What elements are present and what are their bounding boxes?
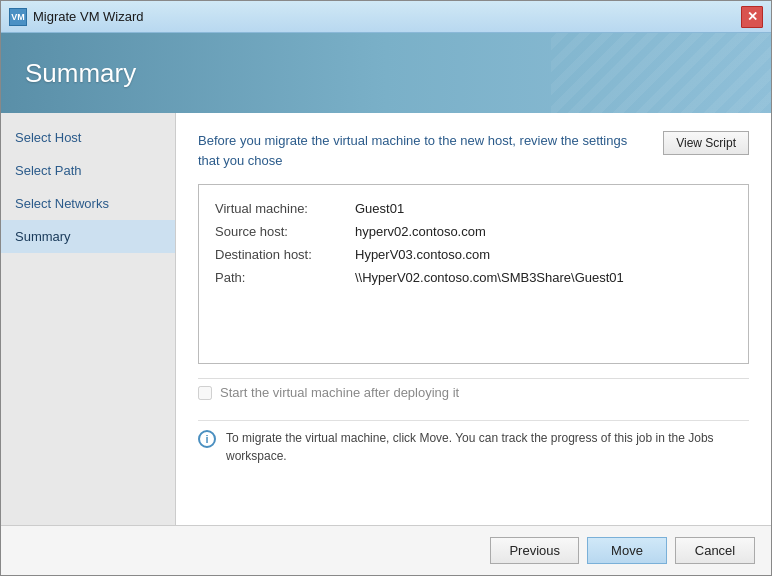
wizard-window: VM Migrate VM Wizard ✕ Summary Select Ho… <box>0 0 772 576</box>
sidebar: Select Host Select Path Select Networks … <box>1 113 176 525</box>
window-title: Migrate VM Wizard <box>33 9 144 24</box>
header-banner: Summary <box>1 33 771 113</box>
info-label-vm: Virtual machine: <box>215 201 355 216</box>
sidebar-item-select-host[interactable]: Select Host <box>1 121 175 154</box>
cancel-button[interactable]: Cancel <box>675 537 755 564</box>
table-row: Path: \\HyperV02.contoso.com\SMB3Share\G… <box>215 270 732 285</box>
info-value-source: hyperv02.contoso.com <box>355 224 486 239</box>
checkbox-label: Start the virtual machine after deployin… <box>220 385 459 400</box>
sidebar-item-select-networks[interactable]: Select Networks <box>1 187 175 220</box>
checkbox-row: Start the virtual machine after deployin… <box>198 378 749 406</box>
info-notice-text: To migrate the virtual machine, click Mo… <box>226 429 749 465</box>
view-script-button[interactable]: View Script <box>663 131 749 155</box>
sidebar-item-select-path[interactable]: Select Path <box>1 154 175 187</box>
content-description: Before you migrate the virtual machine t… <box>198 131 647 170</box>
titlebar: VM Migrate VM Wizard ✕ <box>1 1 771 33</box>
info-label-path: Path: <box>215 270 355 285</box>
titlebar-left: VM Migrate VM Wizard <box>9 8 144 26</box>
table-row: Source host: hyperv02.contoso.com <box>215 224 732 239</box>
content-area: Before you migrate the virtual machine t… <box>176 113 771 525</box>
content-header: Before you migrate the virtual machine t… <box>198 131 749 170</box>
window-icon: VM <box>9 8 27 26</box>
header-title: Summary <box>25 58 136 89</box>
info-icon: i <box>198 430 216 448</box>
sidebar-item-summary[interactable]: Summary <box>1 220 175 253</box>
info-label-source: Source host: <box>215 224 355 239</box>
info-value-path: \\HyperV02.contoso.com\SMB3Share\Guest01 <box>355 270 624 285</box>
table-row: Virtual machine: Guest01 <box>215 201 732 216</box>
footer: Previous Move Cancel <box>1 525 771 575</box>
previous-button[interactable]: Previous <box>490 537 579 564</box>
start-vm-checkbox[interactable] <box>198 386 212 400</box>
info-label-dest: Destination host: <box>215 247 355 262</box>
info-value-dest: HyperV03.contoso.com <box>355 247 490 262</box>
info-box: Virtual machine: Guest01 Source host: hy… <box>198 184 749 364</box>
close-button[interactable]: ✕ <box>741 6 763 28</box>
info-notice: i To migrate the virtual machine, click … <box>198 420 749 473</box>
info-value-vm: Guest01 <box>355 201 404 216</box>
move-button[interactable]: Move <box>587 537 667 564</box>
table-row: Destination host: HyperV03.contoso.com <box>215 247 732 262</box>
main-area: Select Host Select Path Select Networks … <box>1 113 771 525</box>
